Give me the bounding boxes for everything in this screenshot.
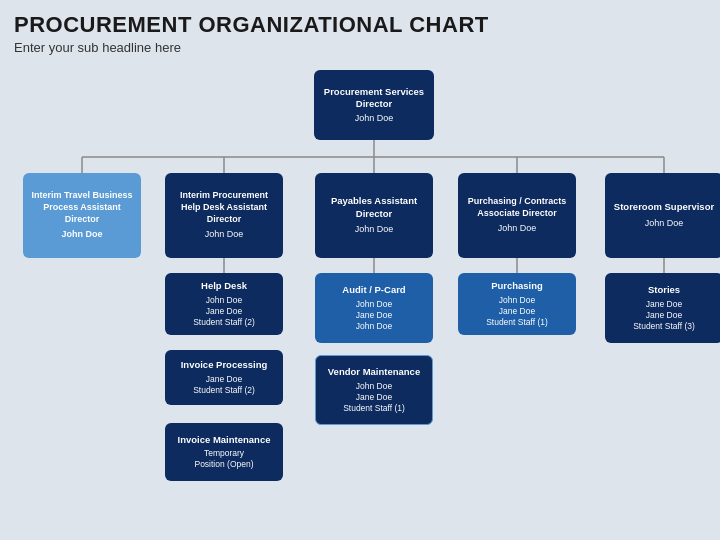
help-desk-box: Help Desk John Doe Jane Doe Student Staf…	[165, 273, 283, 335]
invoice-maintenance-box: Invoice Maintenance Temporary Position (…	[165, 423, 283, 481]
help-desk-title: Help Desk	[201, 280, 247, 292]
vendor-maintenance-title: Vendor Maintenance	[328, 366, 420, 378]
payables-title: Payables Assistant Director	[320, 195, 428, 220]
purchasing-contracts-name: John Doe	[498, 223, 537, 235]
vendor-maintenance-staff: John Doe Jane Doe Student Staff (1)	[343, 381, 405, 414]
purchasing-contracts-box: Purchasing / Contracts Associate Directo…	[458, 173, 576, 258]
interim-travel-box: Interim Travel Business Process Assistan…	[23, 173, 141, 258]
invoice-processing-staff: Jane Doe Student Staff (2)	[193, 374, 255, 396]
vendor-maintenance-box: Vendor Maintenance John Doe Jane Doe Stu…	[315, 355, 433, 425]
director-title: Procurement Services Director	[319, 86, 429, 111]
page-title: PROCUREMENT ORGANIZATIONAL CHART	[14, 12, 706, 38]
purchasing-staff: John Doe Jane Doe Student Staff (1)	[486, 295, 548, 328]
purchasing-box: Purchasing John Doe Jane Doe Student Sta…	[458, 273, 576, 335]
interim-helpdesk-title: Interim Procurement Help Desk Assistant …	[170, 190, 278, 225]
stories-staff: Jane Doe Jane Doe Student Staff (3)	[633, 299, 695, 332]
director-box: Procurement Services Director John Doe	[314, 70, 434, 140]
purchasing-title: Purchasing	[491, 280, 543, 292]
interim-travel-name: John Doe	[61, 229, 102, 241]
interim-helpdesk-name: John Doe	[205, 229, 244, 241]
invoice-processing-box: Invoice Processing Jane Doe Student Staf…	[165, 350, 283, 405]
storeroom-title: Storeroom Supervisor	[614, 201, 714, 213]
page-subtitle: Enter your sub headline here	[14, 40, 706, 55]
page: PROCUREMENT ORGANIZATIONAL CHART Enter y…	[0, 0, 720, 540]
payables-name: John Doe	[355, 224, 394, 236]
payables-box: Payables Assistant Director John Doe	[315, 173, 433, 258]
storeroom-box: Storeroom Supervisor John Doe	[605, 173, 720, 258]
stories-title: Stories	[648, 284, 680, 296]
invoice-maintenance-title: Invoice Maintenance	[178, 434, 271, 446]
storeroom-name: John Doe	[645, 218, 684, 230]
stories-box: Stories Jane Doe Jane Doe Student Staff …	[605, 273, 720, 343]
purchasing-contracts-title: Purchasing / Contracts Associate Directo…	[463, 196, 571, 219]
audit-pcard-box: Audit / P-Card John Doe Jane Doe John Do…	[315, 273, 433, 343]
org-chart: Procurement Services Director John Doe I…	[14, 65, 706, 540]
interim-helpdesk-box: Interim Procurement Help Desk Assistant …	[165, 173, 283, 258]
invoice-processing-title: Invoice Processing	[181, 359, 268, 371]
audit-pcard-title: Audit / P-Card	[342, 284, 405, 296]
director-name: John Doe	[355, 113, 394, 125]
help-desk-staff: John Doe Jane Doe Student Staff (2)	[193, 295, 255, 328]
interim-travel-title: Interim Travel Business Process Assistan…	[28, 190, 136, 225]
invoice-maintenance-staff: Temporary Position (Open)	[194, 448, 253, 470]
audit-pcard-staff: John Doe Jane Doe John Doe	[356, 299, 392, 332]
